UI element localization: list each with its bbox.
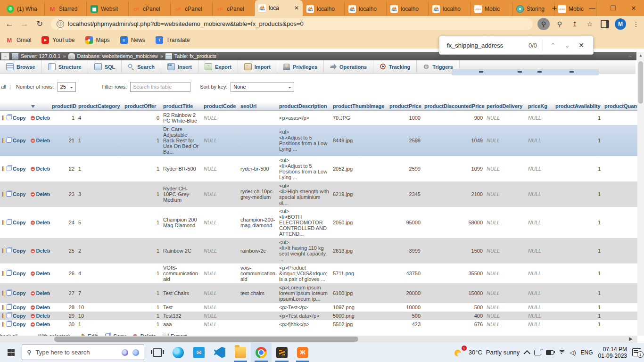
zoom-icon[interactable]: ⚲ xyxy=(554,19,565,29)
copy-link[interactable]: Copy xyxy=(13,304,26,310)
nav-panel-toggle-icon[interactable]: → xyxy=(1,52,9,60)
column-header-code[interactable]: productCode xyxy=(202,102,239,111)
filter-input[interactable]: Search this table xyxy=(130,82,190,92)
forward-icon[interactable]: → xyxy=(18,17,31,31)
browser-tab[interactable]: localho xyxy=(429,2,471,16)
column-header-id[interactable]: productID xyxy=(50,102,76,111)
taskbar-app-mail[interactable] xyxy=(189,343,209,362)
browser-tab[interactable]: Mobic xyxy=(471,2,512,16)
copy-link[interactable]: Copy xyxy=(13,220,26,225)
taskbar-app-xampp[interactable] xyxy=(292,343,313,362)
find-close-icon[interactable]: ✕ xyxy=(574,38,588,52)
browser-tab[interactable]: cPanel xyxy=(129,2,171,16)
language-indicator[interactable]: ENG xyxy=(581,349,593,356)
find-next-icon[interactable]: ⌄ xyxy=(560,38,574,52)
pma-tab-privileges[interactable]: Privileges xyxy=(277,60,324,73)
delete-link[interactable]: Delete xyxy=(36,271,50,276)
delete-link[interactable]: Delete xyxy=(36,191,50,197)
pma-tab-browse[interactable]: Browse xyxy=(0,60,42,73)
taskbar-app-vscode[interactable] xyxy=(209,343,230,362)
browser-tab[interactable]: loca✕ xyxy=(255,0,303,16)
reload-icon[interactable]: ↻ xyxy=(33,17,46,31)
side-panel-icon[interactable] xyxy=(600,19,610,29)
rows-select[interactable]: 25⌄ xyxy=(58,82,76,92)
delete-link[interactable]: Delete xyxy=(36,321,50,327)
column-header-category[interactable]: productCategory xyxy=(76,102,123,111)
breadcrumb-table[interactable]: Table: fx_products xyxy=(174,53,216,59)
delete-link[interactable]: Delete xyxy=(36,248,50,254)
volume-icon[interactable]: ◁) xyxy=(570,349,576,356)
address-bar[interactable]: ⓘ localhost/phpmyadmin/sql.php?db=websit… xyxy=(51,18,533,30)
tablet-mode-icon[interactable] xyxy=(534,350,541,355)
column-header-price[interactable]: productPrice xyxy=(388,102,422,111)
profile-avatar[interactable]: M xyxy=(615,18,626,30)
pma-tab-insert[interactable]: Insert xyxy=(161,60,198,73)
copy-link[interactable]: Copy xyxy=(13,290,26,296)
back-icon[interactable]: ← xyxy=(3,17,16,31)
column-header-seo[interactable]: seoUri xyxy=(239,102,277,111)
browser-tab[interactable]: (1) Wha xyxy=(3,2,45,16)
column-header-offer[interactable]: productOffer xyxy=(123,102,161,111)
pma-tab-export[interactable]: Export xyxy=(198,60,238,73)
taskbar-search[interactable]: ⚲ Type here to search xyxy=(22,345,144,360)
copy-link[interactable]: Copy xyxy=(13,138,26,143)
bookmark-translate[interactable]: Translate xyxy=(156,36,190,44)
pma-tab-tracking[interactable]: Tracking xyxy=(373,60,417,73)
horizontal-scrollbar[interactable]: ▶ xyxy=(0,336,637,343)
pma-tab-import[interactable]: Import xyxy=(238,60,277,73)
find-in-page-icon[interactable]: ⚲ xyxy=(537,18,550,30)
vertical-scrollbar[interactable]: ▲ xyxy=(637,52,644,336)
taskbar-clock[interactable]: 07:14 PM 01-09-2023 xyxy=(598,346,627,359)
browser-tab[interactable]: localho xyxy=(303,2,345,16)
copy-link[interactable]: Copy xyxy=(13,313,26,319)
wifi-icon[interactable] xyxy=(558,350,565,355)
browser-tab[interactable]: cPanel xyxy=(213,2,255,16)
delete-link[interactable]: Delete xyxy=(36,290,50,296)
action-center-icon[interactable]: 1 xyxy=(632,348,641,356)
weather-widget[interactable]: 1 30°C Partly sunny xyxy=(454,348,520,357)
tray-expand-icon[interactable] xyxy=(524,350,530,356)
taskbar-app-chrome[interactable] xyxy=(251,343,272,362)
bookmark-maps[interactable]: Maps xyxy=(85,36,110,44)
bookmark-youtube[interactable]: YouTube xyxy=(41,36,74,44)
browser-tab[interactable]: localho xyxy=(387,2,429,16)
vertical-scroll-thumb[interactable] xyxy=(638,61,643,104)
sort-dropdown-icon[interactable] xyxy=(31,105,35,108)
url-text[interactable]: localhost/phpmyadmin/sql.php?db=websited… xyxy=(68,20,304,27)
taskbar-app-edge[interactable] xyxy=(168,343,189,362)
copy-link[interactable]: Copy xyxy=(13,271,26,276)
close-button[interactable]: ✕ xyxy=(623,0,644,16)
pma-tab-sql[interactable]: SQL xyxy=(88,60,122,73)
delete-link[interactable]: Delete xyxy=(36,166,50,172)
bookmark-star-icon[interactable]: ☆ xyxy=(585,19,595,29)
column-header-desc[interactable]: productDescription xyxy=(277,102,331,111)
delete-link[interactable]: Delete xyxy=(36,115,50,121)
battery-icon[interactable] xyxy=(546,350,553,355)
bookmark-news[interactable]: News xyxy=(120,36,145,44)
copy-link[interactable]: Copy xyxy=(13,166,26,172)
column-header-avail[interactable]: productAvailablity xyxy=(553,102,603,111)
pma-tab-operations[interactable]: Operations xyxy=(324,60,373,73)
sort-select[interactable]: None⌄ xyxy=(231,82,294,92)
column-header-pricekg[interactable]: priceKg xyxy=(526,102,553,111)
delete-link[interactable]: Delete xyxy=(36,313,50,319)
delete-link[interactable]: Delete xyxy=(36,138,50,143)
scroll-up-icon[interactable]: ▲ xyxy=(639,53,643,58)
copy-link[interactable]: Copy xyxy=(13,191,26,197)
browser-tab[interactable]: Starred xyxy=(45,2,87,16)
horizontal-scroll-thumb[interactable] xyxy=(54,337,358,342)
scroll-right-icon[interactable]: ▶ xyxy=(629,336,633,341)
taskbar-app-taskview[interactable] xyxy=(147,343,168,362)
column-header-period[interactable]: periodDelivery xyxy=(485,102,526,111)
breadcrumb-server[interactable]: Server: 127.0.0.1 xyxy=(21,53,60,59)
column-header-title[interactable]: productTitle xyxy=(161,102,202,111)
pma-tab-structure[interactable]: Structure xyxy=(42,60,88,73)
find-previous-icon[interactable]: ⌃ xyxy=(546,38,560,52)
tab-close-icon[interactable]: ✕ xyxy=(294,5,299,11)
scroll-top-icon[interactable]: ︿ xyxy=(628,53,633,59)
find-input[interactable]: fx_shipping_address xyxy=(447,42,528,49)
site-info-icon[interactable]: ⓘ xyxy=(57,20,64,28)
browser-tab[interactable]: localho xyxy=(345,2,387,16)
copy-link[interactable]: Copy xyxy=(13,115,26,121)
browser-tab[interactable]: cPanel xyxy=(171,2,213,16)
